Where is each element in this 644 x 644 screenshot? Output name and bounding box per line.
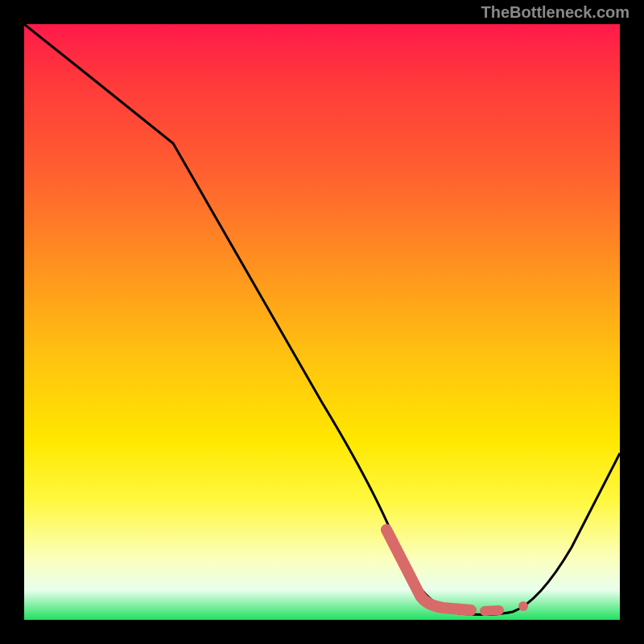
chart-container: TheBottleneck.com	[0, 0, 644, 644]
bottleneck-curve	[24, 24, 620, 615]
highlight-segment-1	[386, 530, 471, 610]
highlight-dot-1	[518, 601, 528, 611]
chart-overlay	[24, 24, 620, 620]
highlight-segment-2	[485, 610, 499, 611]
watermark-text: TheBottleneck.com	[481, 3, 630, 22]
